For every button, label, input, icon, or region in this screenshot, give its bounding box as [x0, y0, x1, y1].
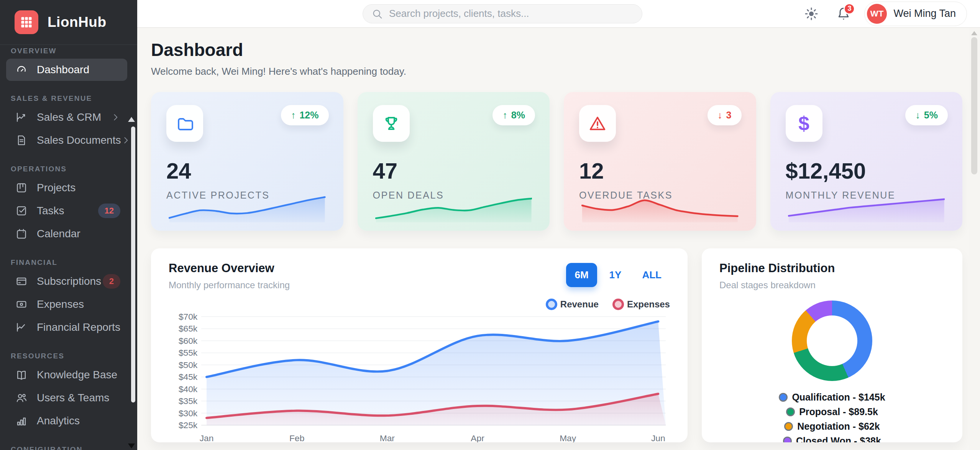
svg-text:Apr: Apr [471, 433, 484, 442]
pipeline-legend-label: Closed Won - $38k [796, 435, 881, 442]
legend-item-expenses[interactable]: Expenses [612, 297, 670, 312]
sidebar-item-sales-crm[interactable]: Sales & CRM [6, 106, 127, 128]
pipeline-panel-subtitle: Deal stages breakdown [719, 280, 945, 291]
pipeline-donut-chart [792, 301, 872, 381]
sidebar-section: FINANCIALSubscriptions2ExpensesFinancial… [6, 256, 127, 338]
sidebar-section-label: OVERVIEW [6, 45, 127, 53]
main-content: Dashboard Welcome back, Wei Ming! Here's… [137, 29, 980, 450]
grid-logo-icon [15, 10, 38, 34]
sidebar: LionHub OVERVIEWDashboardSALES & REVENUE… [0, 0, 137, 450]
global-search[interactable] [363, 4, 642, 23]
stat-delta-badge: ↑12% [281, 105, 329, 125]
svg-text:$55k: $55k [179, 348, 198, 358]
sidebar-item-expenses[interactable]: Expenses [6, 293, 127, 315]
user-name: Wei Ming Tan [893, 8, 956, 20]
stat-card-open-deals: ↑8%47OPEN DEALS [358, 92, 550, 231]
arrow-up-icon: ↑ [502, 110, 507, 121]
sidebar-item-label: Tasks [37, 205, 64, 217]
sidebar-section: SALES & REVENUESales & CRMSales Document… [6, 92, 127, 151]
pipeline-panel: Pipeline Distribution Deal stages breakd… [702, 248, 962, 442]
pipeline-legend-item-closed-won: Closed Won - $38k [783, 435, 881, 442]
pipeline-panel-title: Pipeline Distribution [719, 261, 945, 275]
svg-text:Jan: Jan [200, 433, 214, 442]
page-title: Dashboard [151, 39, 962, 60]
pipeline-legend-label: Qualification - $145k [792, 392, 885, 403]
sidebar-scrollbar[interactable] [131, 126, 135, 402]
stat-sparkline [169, 180, 326, 222]
stat-value: 47 [373, 158, 535, 184]
stat-value: 12 [579, 158, 741, 184]
sidebar-nav: OVERVIEWDashboardSALES & REVENUESales & … [6, 45, 127, 450]
check-square-icon [15, 205, 28, 217]
sidebar-badge-tasks: 12 [98, 204, 120, 218]
theme-toggle-button[interactable] [804, 6, 819, 21]
legend-label: Revenue [560, 299, 599, 310]
pipeline-legend-item-qualification: Qualification - $145k [779, 392, 885, 403]
page-scrollbar-track[interactable] [969, 29, 980, 450]
sidebar-item-tasks[interactable]: Tasks12 [6, 200, 127, 222]
sidebar-item-analytics[interactable]: Analytics [6, 410, 127, 432]
sidebar-item-label: Knowledge Base [37, 369, 117, 381]
app-logo: LionHub [0, 0, 137, 45]
sidebar-section-label: FINANCIAL [6, 256, 127, 265]
pipeline-legend-label: Proposal - $89.5k [799, 406, 878, 417]
stat-value: 24 [166, 158, 328, 184]
svg-text:$25k: $25k [179, 420, 198, 430]
chevron-right-icon [121, 135, 131, 145]
pipeline-legend: Qualification - $145kProposal - $89.5kNe… [719, 392, 945, 442]
stat-delta-badge: ↑8% [492, 105, 535, 125]
page-scrollbar-thumb[interactable] [971, 37, 977, 174]
sun-icon [804, 6, 819, 21]
revenue-line-chart: $70k$65k$60k$55k$50k$45k$40k$35k$30k$25k… [169, 313, 670, 442]
notification-count-badge: 3 [844, 3, 855, 15]
sidebar-item-users-teams[interactable]: Users & Teams [6, 387, 127, 409]
range-button-1y[interactable]: 1Y [601, 263, 630, 287]
svg-text:$50k: $50k [179, 360, 198, 370]
sidebar-section-label: CONFIGURATION [6, 443, 127, 450]
book-open-icon [15, 369, 28, 381]
sidebar-item-projects[interactable]: Projects [6, 177, 127, 199]
dollar-icon: $ [786, 105, 822, 142]
svg-text:$40k: $40k [179, 384, 198, 394]
avatar: WT [867, 4, 887, 24]
sidebar-scroll-down-arrow[interactable] [128, 443, 135, 448]
svg-text:$70k: $70k [179, 313, 198, 322]
sidebar-section-label: OPERATIONS [6, 163, 127, 171]
stat-card-monthly-revenue: $↓5%$12,450MONTHLY REVENUE [770, 92, 963, 231]
revenue-overview-panel: Revenue Overview Monthly performance tra… [151, 248, 688, 442]
sidebar-item-financial-reports[interactable]: Financial Reports [6, 316, 127, 338]
notifications-button[interactable]: 3 [836, 6, 851, 21]
sidebar-item-label: Subscriptions [37, 275, 101, 287]
svg-text:Feb: Feb [289, 433, 304, 442]
user-menu[interactable]: WT Wei Ming Tan [864, 2, 967, 26]
sidebar-section: RESOURCESKnowledge BaseUsers & TeamsAnal… [6, 350, 127, 432]
gauge-icon [15, 64, 28, 76]
legend-item-revenue[interactable]: Revenue [546, 297, 599, 312]
legend-marker [612, 299, 624, 310]
topbar: 3 WT Wei Ming Tan [137, 0, 980, 28]
sidebar-section: OVERVIEWDashboard [6, 45, 127, 81]
stat-delta-badge: ↓5% [905, 105, 948, 125]
arrow-up-icon: ↑ [291, 110, 296, 121]
sidebar-item-knowledge-base[interactable]: Knowledge Base [6, 364, 127, 386]
sidebar-scroll-up-arrow[interactable] [128, 117, 135, 122]
chevron-right-icon [110, 112, 120, 122]
page-scroll-up-arrow[interactable] [971, 31, 977, 35]
chart-line-icon [15, 321, 28, 333]
sidebar-item-subscriptions[interactable]: Subscriptions2 [6, 270, 127, 292]
credit-card-icon [15, 275, 28, 287]
sidebar-item-label: Expenses [37, 298, 84, 310]
pipeline-legend-marker [784, 422, 793, 431]
svg-text:$35k: $35k [179, 396, 198, 406]
sidebar-item-calendar[interactable]: Calendar [6, 223, 127, 245]
pipeline-legend-marker [779, 393, 788, 402]
stat-value: $12,450 [786, 158, 947, 184]
users-icon [15, 392, 28, 404]
range-button-all[interactable]: ALL [634, 263, 670, 287]
sidebar-item-sales-documents[interactable]: Sales Documents [6, 129, 127, 151]
folder-icon [166, 105, 203, 142]
search-input[interactable] [389, 8, 634, 20]
pipeline-legend-marker [786, 407, 795, 416]
sidebar-item-dashboard[interactable]: Dashboard [6, 59, 127, 81]
range-button-6m[interactable]: 6M [566, 263, 597, 287]
